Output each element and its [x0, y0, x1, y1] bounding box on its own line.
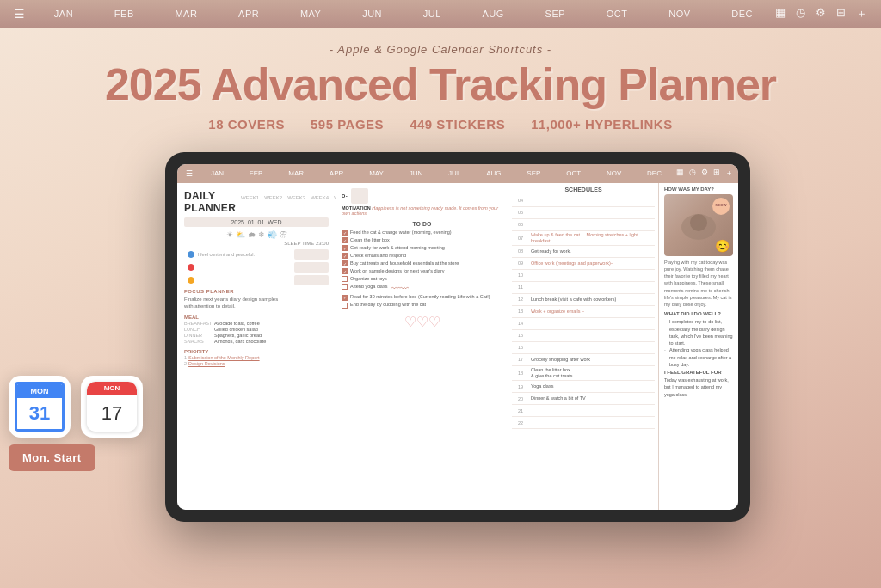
toolbar-jun[interactable]: JUN — [359, 7, 385, 21]
feature-hyperlinks: 11,000+ HYPERLINKS — [531, 117, 673, 132]
pt-menu-icon[interactable]: ☰ — [182, 169, 196, 178]
todo-checkbox-4[interactable]: ✓ — [342, 253, 348, 259]
todo-checkbox-1[interactable]: ✓ — [342, 230, 348, 236]
pt-sep[interactable]: SEP — [527, 169, 540, 177]
toolbar-oct[interactable]: OCT — [603, 7, 631, 21]
todo-checkbox-2[interactable]: ✓ — [342, 237, 348, 243]
week1-tab[interactable]: WEEK1 — [241, 195, 259, 200]
pt-grid-icon[interactable]: ⊞ — [713, 168, 720, 179]
photo-placeholder: MEOW 😊 — [664, 194, 733, 256]
time-13: 13 — [512, 309, 529, 314]
photo-badge: MEOW — [712, 198, 730, 215]
time-22: 22 — [512, 420, 529, 426]
plus-icon[interactable]: ＋ — [856, 6, 867, 21]
photo-sticker: 😊 — [715, 239, 730, 253]
toolbar-dec[interactable]: DEC — [728, 7, 756, 21]
toolbar-apr[interactable]: APR — [235, 7, 262, 21]
meal-value-dinner: Spaghetti, garlic bread — [214, 333, 262, 338]
pt-jun[interactable]: JUN — [410, 169, 423, 177]
gc-date: 31 — [29, 402, 50, 425]
pt-oct[interactable]: OCT — [566, 169, 581, 177]
time-11: 11 — [512, 285, 529, 290]
toolbar-sep[interactable]: SEP — [542, 7, 570, 21]
google-calendar-badge[interactable]: MON 31 — [9, 376, 71, 438]
pt-calendar-icon[interactable]: ▦ — [676, 168, 684, 179]
toolbar-mar[interactable]: MAR — [171, 7, 200, 21]
habit-dot-red — [188, 264, 194, 271]
habit-row-3 — [188, 275, 329, 285]
pt-may[interactable]: MAY — [369, 169, 384, 177]
schedule-05: 05 — [512, 207, 655, 219]
menu-icon[interactable]: ☰ — [7, 7, 32, 21]
schedule-06: 06 — [512, 219, 655, 231]
sleep-time-label: SLEEP TIME 23:00 — [284, 241, 329, 246]
wind-icon: 💨 — [268, 230, 277, 239]
pt-jul[interactable]: JUL — [448, 169, 460, 177]
apple-calendar-badge[interactable]: MON 17 — [81, 376, 143, 438]
week-nav: WEEK1 WEEK2 WEEK3 WEEK4 WEEK5 — [241, 195, 352, 200]
todo-checkbox-10[interactable] — [342, 303, 348, 309]
week2-tab[interactable]: WEEK2 — [264, 195, 282, 200]
snow-icon: ❄ — [258, 230, 265, 239]
schedule-04: 04 — [512, 195, 655, 207]
todo-8: Attend yoga class 〰〰 — [342, 284, 502, 293]
todo-checkbox-3[interactable]: ✓ — [342, 245, 348, 251]
calendar-icon[interactable]: ▦ — [775, 6, 786, 21]
priority-2: 2 Design Revisions — [184, 361, 329, 366]
gc-top: MON — [17, 384, 62, 398]
priority-label: PRIORITY — [184, 349, 329, 354]
pt-settings-icon[interactable]: ⚙ — [701, 168, 708, 179]
pt-clock-icon[interactable]: ◷ — [689, 168, 696, 179]
weather-row: ☀ ⛅ 🌧 ❄ 💨 ⛈ — [184, 230, 329, 239]
toolbar-may[interactable]: MAY — [297, 7, 325, 21]
pt-aug[interactable]: AUG — [486, 169, 501, 177]
journal-text: Playing with my cat today was pure joy. … — [664, 259, 733, 309]
ac-body: 17 — [87, 395, 137, 432]
content-21 — [529, 410, 655, 412]
time-18: 18 — [512, 371, 529, 376]
todo-checkbox-8[interactable] — [342, 284, 348, 290]
clock-icon[interactable]: ◷ — [796, 6, 805, 21]
toolbar-feb[interactable]: FEB — [111, 7, 138, 21]
toolbar-icons: ▦ ◷ ⚙ ⊞ ＋ — [775, 6, 874, 21]
week3-tab[interactable]: WEEK3 — [287, 195, 305, 200]
toolbar-nov[interactable]: NOV — [665, 7, 693, 21]
feature-stickers: 449 STICKERS — [410, 117, 505, 132]
settings-icon[interactable]: ⚙ — [816, 6, 826, 21]
todo-3: ✓ Get ready for work & attend morning me… — [342, 245, 502, 252]
week4-tab[interactable]: WEEK4 — [311, 195, 329, 200]
habit-circles: I feel content and peaceful. — [184, 249, 329, 285]
meal-dinner: DINNER Spaghetti, garlic bread — [184, 333, 329, 338]
pt-nov[interactable]: NOV — [607, 169, 621, 177]
habit-row-2 — [188, 262, 329, 273]
content-13: Work + organize emails ~ — [529, 308, 655, 315]
meal-type-snacks: SNACKS — [184, 339, 212, 344]
content-05 — [529, 211, 655, 213]
content-20: Dinner & watch a bit of TV — [529, 395, 655, 402]
todo-checkbox-9[interactable]: ✓ — [342, 295, 348, 301]
todo-checkbox-5[interactable]: ✓ — [342, 260, 348, 266]
schedule-09: 09 Office work (meetings and paperwork)~ — [512, 258, 655, 270]
pt-jan[interactable]: JAN — [211, 169, 224, 177]
time-21: 21 — [512, 408, 529, 413]
schedule-08: 08 Get ready for work. — [512, 246, 655, 258]
planner-inner-toolbar: ☰ JAN FEB MAR APR MAY JUN JUL AUG SEP OC… — [177, 164, 738, 183]
toolbar-jan[interactable]: JAN — [51, 7, 77, 21]
toolbar-jul[interactable]: JUL — [420, 7, 445, 21]
toolbar-aug[interactable]: AUG — [479, 7, 508, 21]
priority-text-1: Submission of the Monthly Report — [188, 355, 260, 360]
schedule-22: 22 — [512, 417, 655, 429]
pt-mar[interactable]: MAR — [288, 169, 304, 177]
grid-icon[interactable]: ⊞ — [836, 6, 846, 21]
pt-feb[interactable]: FEB — [250, 169, 263, 177]
mon-start-badge[interactable]: Mon. Start — [9, 444, 95, 471]
todo-checkbox-6[interactable]: ✓ — [342, 268, 348, 274]
meal-breakfast: BREAKFAST Avocado toast, coffee — [184, 321, 329, 326]
google-calendar-inner: MON 31 — [15, 382, 65, 432]
content-18: Clean the litter box& give the cat treat… — [529, 366, 655, 380]
pt-apr[interactable]: APR — [330, 169, 343, 177]
pt-plus-icon[interactable]: ＋ — [725, 168, 733, 179]
todo-checkbox-7[interactable] — [342, 276, 348, 282]
pt-dec[interactable]: DEC — [647, 169, 662, 177]
schedule-18: 18 Clean the litter box& give the cat tr… — [512, 366, 655, 381]
